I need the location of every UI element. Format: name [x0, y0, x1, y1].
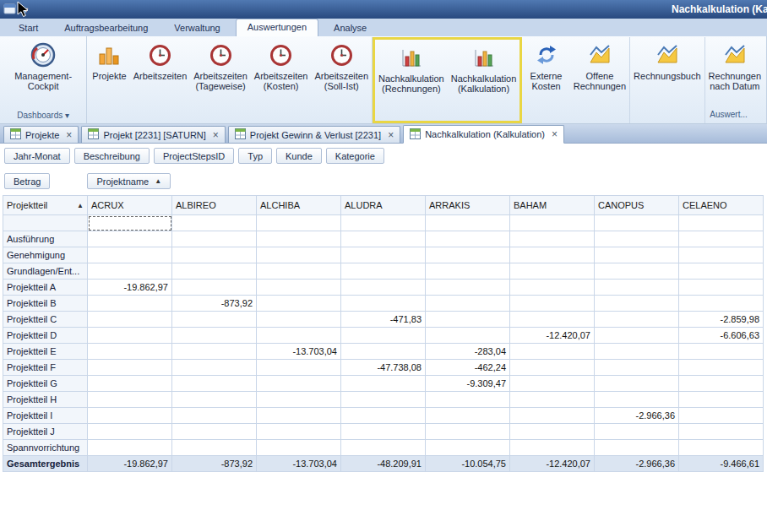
pivot-cell-spannvorrichtung-arrakis[interactable] — [426, 440, 510, 456]
pivot-cell-spannvorrichtung-aludra[interactable] — [341, 440, 426, 456]
ribbon-button-arbeitszeiten[interactable]: Arbeitszeiten — [130, 37, 191, 123]
pivot-cell-projektteil-i-baham[interactable] — [510, 408, 595, 424]
ribbon-button-rechnungsbuch[interactable]: Rechnungsbuch — [630, 37, 705, 123]
pivot-cell-blank-albireo[interactable] — [172, 215, 257, 231]
pivot-cell-projektteil-h-arrakis[interactable] — [426, 392, 510, 408]
pivot-cell-spannvorrichtung-baham[interactable] — [510, 440, 595, 456]
pivot-cell-projektteil-a-alchiba[interactable] — [257, 280, 341, 296]
pivot-cell-projektteil-d-celaeno[interactable]: -6.606,63 — [679, 328, 764, 344]
ribbon-tab-analyse[interactable]: Analyse — [323, 20, 378, 36]
pivot-cell-projektteil-c-arrakis[interactable] — [426, 312, 510, 328]
pivot-cell-projektteil-d-arrakis[interactable] — [426, 328, 510, 344]
pivot-cell-projektteil-a-celaeno[interactable] — [679, 280, 764, 296]
pivot-cell-grundlagen-ent-baham[interactable] — [510, 263, 595, 280]
pivot-cell-blank-canopus[interactable] — [595, 215, 679, 231]
pivot-row-label[interactable]: Projektteil I — [3, 408, 88, 424]
pivot-cell-projektteil-c-acrux[interactable] — [88, 312, 172, 328]
pivot-cell-projektteil-h-baham[interactable] — [510, 392, 595, 408]
close-icon[interactable]: × — [552, 130, 558, 138]
pivot-cell-projektteil-c-albireo[interactable] — [172, 312, 257, 328]
pivot-column-header-celaeno[interactable]: CELAENO — [679, 196, 764, 215]
pivot-cell-projektteil-j-alchiba[interactable] — [257, 424, 341, 440]
pivot-cell-grundlagen-ent-canopus[interactable] — [595, 263, 679, 280]
pivot-cell-projektteil-e-acrux[interactable] — [88, 344, 172, 360]
pivot-cell-projektteil-a-arrakis[interactable] — [426, 280, 510, 296]
pivot-cell-projektteil-e-aludra[interactable] — [341, 344, 426, 360]
pivot-cell-genehmigung-arrakis[interactable] — [426, 247, 510, 263]
pivot-cell-projektteil-e-alchiba[interactable]: -13.703,04 — [257, 344, 341, 360]
pivot-cell-spannvorrichtung-canopus[interactable] — [595, 440, 679, 456]
pivot-cell-projektteil-h-celaeno[interactable] — [679, 392, 764, 408]
pivot-cell-ausführung-aludra[interactable] — [341, 231, 426, 247]
document-tab-projekt-2231-saturn[interactable]: Projekt [2231] [SATURN]× — [81, 126, 225, 143]
pivot-cell-ausführung-baham[interactable] — [510, 231, 595, 247]
pivot-cell-grundlagen-ent-alchiba[interactable] — [257, 263, 341, 280]
pivot-column-header-aludra[interactable]: ALUDRA — [341, 196, 426, 215]
filter-field-kunde[interactable]: Kunde — [276, 148, 322, 164]
pivot-cell-projektteil-f-albireo[interactable] — [172, 360, 257, 376]
pivot-column-header-alchiba[interactable]: ALCHIBA — [257, 196, 341, 215]
pivot-cell-gesamtergebnis-acrux[interactable]: -19.862,97 — [88, 456, 172, 472]
pivot-cell-ausführung-canopus[interactable] — [595, 231, 679, 247]
pivot-cell-gesamtergebnis-alchiba[interactable]: -13.703,04 — [257, 456, 341, 472]
pivot-cell-projektteil-f-baham[interactable] — [510, 360, 595, 376]
pivot-cell-projektteil-j-acrux[interactable] — [88, 424, 172, 440]
pivot-cell-genehmigung-acrux[interactable] — [88, 247, 172, 263]
pivot-cell-projektteil-f-celaeno[interactable] — [679, 360, 764, 376]
close-icon[interactable]: × — [213, 131, 219, 139]
pivot-row-field-projektteil[interactable]: Projektteil▲ — [3, 196, 88, 215]
pivot-row-label[interactable]: Ausführung — [3, 231, 88, 247]
column-field-projektname[interactable]: Projektname ▲ — [87, 173, 171, 189]
pivot-cell-spannvorrichtung-celaeno[interactable] — [679, 440, 764, 456]
pivot-row-label[interactable]: Projektteil A — [3, 280, 88, 296]
pivot-cell-projektteil-a-aludra[interactable] — [341, 280, 426, 296]
pivot-cell-genehmigung-aludra[interactable] — [341, 247, 426, 263]
ribbon-button-externe-kosten[interactable]: Externe Kosten — [522, 37, 569, 123]
pivot-cell-projektteil-j-albireo[interactable] — [172, 424, 257, 440]
pivot-row-label[interactable]: Projektteil B — [3, 296, 88, 312]
pivot-cell-projektteil-g-arrakis[interactable]: -9.309,47 — [426, 376, 510, 392]
pivot-cell-projektteil-c-aludra[interactable]: -471,83 — [341, 312, 426, 328]
ribbon-tab-auswertungen[interactable]: Auswertungen — [236, 19, 318, 36]
pivot-cell-projektteil-f-arrakis[interactable]: -462,24 — [426, 360, 510, 376]
pivot-cell-projektteil-c-celaeno[interactable]: -2.859,98 — [679, 312, 764, 328]
pivot-cell-projektteil-d-canopus[interactable] — [595, 328, 679, 344]
document-tab-nachkalkulation-kalkulation[interactable]: Nachkalkulation (Kalkulation)× — [403, 125, 564, 144]
pivot-cell-blank-acrux[interactable] — [88, 215, 172, 231]
pivot-cell-grundlagen-ent-albireo[interactable] — [172, 263, 257, 280]
pivot-cell-projektteil-c-baham[interactable] — [510, 312, 595, 328]
pivot-row-label[interactable]: Projektteil G — [3, 376, 88, 392]
pivot-cell-projektteil-b-arrakis[interactable] — [426, 296, 510, 312]
ribbon-tab-verwaltung[interactable]: Verwaltung — [163, 20, 231, 36]
pivot-cell-projektteil-a-canopus[interactable] — [595, 280, 679, 296]
pivot-cell-ausführung-albireo[interactable] — [172, 231, 257, 247]
pivot-cell-projektteil-i-canopus[interactable]: -2.966,36 — [595, 408, 679, 424]
pivot-row-label[interactable]: Projektteil J — [3, 424, 88, 440]
pivot-cell-projektteil-b-acrux[interactable] — [88, 296, 172, 312]
ribbon-button-offene-rechnungen[interactable]: Offene Rechnungen — [570, 37, 630, 123]
close-icon[interactable]: × — [66, 131, 72, 139]
pivot-cell-projektteil-d-baham[interactable]: -12.420,07 — [510, 328, 595, 344]
pivot-cell-projektteil-g-acrux[interactable] — [88, 376, 172, 392]
pivot-cell-genehmigung-alchiba[interactable] — [257, 247, 341, 263]
filter-field-typ[interactable]: Typ — [238, 148, 272, 164]
pivot-cell-projektteil-d-albireo[interactable] — [172, 328, 257, 344]
pivot-cell-grundlagen-ent-acrux[interactable] — [88, 263, 172, 280]
ribbon-tab-auftragsbearbeitung[interactable]: Auftragsbearbeitung — [53, 20, 159, 36]
pivot-cell-blank-aludra[interactable] — [341, 215, 426, 231]
pivot-cell-projektteil-b-alchiba[interactable] — [257, 296, 341, 312]
pivot-cell-ausführung-acrux[interactable] — [88, 231, 172, 247]
pivot-cell-projektteil-d-acrux[interactable] — [88, 328, 172, 344]
pivot-cell-projektteil-a-acrux[interactable]: -19.862,97 — [88, 280, 172, 296]
ribbon-tab-start[interactable]: Start — [8, 20, 49, 36]
pivot-row-label[interactable]: Projektteil C — [3, 312, 88, 328]
pivot-cell-projektteil-g-alchiba[interactable] — [257, 376, 341, 392]
pivot-row-label[interactable]: Gesamtergebnis — [3, 456, 88, 472]
pivot-cell-gesamtergebnis-albireo[interactable]: -873,92 — [172, 456, 257, 472]
pivot-cell-projektteil-h-acrux[interactable] — [88, 392, 172, 408]
ribbon-button-projekte[interactable]: Projekte — [89, 37, 129, 123]
pivot-cell-projektteil-b-aludra[interactable] — [341, 296, 426, 312]
pivot-cell-projektteil-i-acrux[interactable] — [88, 408, 172, 424]
pivot-cell-spannvorrichtung-alchiba[interactable] — [257, 440, 341, 456]
pivot-cell-projektteil-e-arrakis[interactable]: -283,04 — [426, 344, 510, 360]
